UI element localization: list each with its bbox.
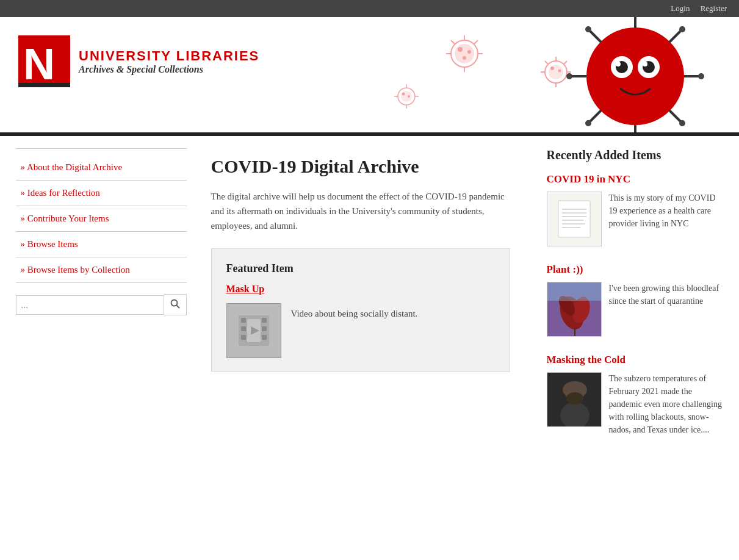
- featured-item-content: Video about being socially distant.: [226, 303, 495, 358]
- svg-line-56: [176, 305, 179, 308]
- sidebar: About the Digital Archive Ideas for Refl…: [16, 148, 187, 453]
- svg-rect-79: [547, 282, 602, 301]
- logo-area: N UNIVERSITY LIBRARIES Archives & Specia…: [0, 17, 739, 106]
- mask-icon: [547, 373, 602, 427]
- recent-item-3-desc: The subzero temperatures of February 202…: [609, 372, 724, 436]
- logo-text: UNIVERSITY LIBRARIES Archives & Special …: [79, 48, 259, 75]
- recently-added-title: Recently Added Items: [547, 148, 724, 162]
- sidebar-item-about[interactable]: About the Digital Archive: [16, 155, 187, 181]
- search-button[interactable]: [164, 294, 187, 315]
- recent-item-3-thumbnail: [547, 372, 602, 427]
- contribute-link[interactable]: Contribute Your Items: [21, 214, 109, 223]
- svg-rect-59: [241, 326, 246, 331]
- intro-text: The digital archive will help us documen…: [211, 189, 510, 233]
- svg-line-41: [590, 110, 601, 121]
- featured-box: Featured Item Mask Up: [211, 248, 510, 372]
- university-name: UNIVERSITY LIBRARIES: [79, 48, 259, 64]
- svg-point-86: [566, 392, 583, 404]
- recent-item-1-link[interactable]: COVID 19 in NYC: [547, 173, 724, 185]
- recent-item-1-body: This is my story of my COVID 19 experien…: [547, 192, 724, 246]
- recent-item-2-desc: I've been growing this bloodleaf since t…: [609, 282, 724, 307]
- browse-collection-link[interactable]: Browse Items by Collection: [21, 265, 130, 275]
- film-icon: [239, 315, 269, 346]
- sidebar-item-browse-collection[interactable]: Browse Items by Collection: [16, 257, 187, 283]
- recent-item-3-link[interactable]: Masking the Cold: [547, 354, 724, 366]
- svg-rect-60: [241, 335, 246, 340]
- svg-rect-2: [18, 83, 70, 87]
- recent-item-2-link[interactable]: Plant :)): [547, 264, 724, 276]
- recent-item-3-body: The subzero temperatures of February 202…: [547, 372, 724, 436]
- main-wrapper: About the Digital Archive Ideas for Refl…: [4, 148, 736, 453]
- top-bar: Login Register: [0, 0, 739, 17]
- featured-item-link[interactable]: Mask Up: [226, 284, 265, 295]
- main-content: COVID-19 Digital Archive The digital arc…: [187, 148, 535, 453]
- document-icon: [550, 195, 599, 243]
- svg-point-42: [585, 120, 591, 126]
- svg-rect-61: [262, 318, 267, 323]
- recent-item-2-body: I've been growing this bloodleaf since t…: [547, 282, 724, 337]
- svg-point-38: [679, 120, 685, 126]
- right-sidebar: Recently Added Items COVID 19 in NYC: [535, 148, 724, 453]
- recent-item-1: COVID 19 in NYC This is my sto: [547, 173, 724, 246]
- recent-item-1-thumbnail: [547, 192, 602, 246]
- featured-thumbnail: [226, 303, 281, 358]
- featured-label: Featured Item: [226, 262, 495, 275]
- svg-point-55: [171, 300, 177, 306]
- register-link[interactable]: Register: [701, 4, 727, 13]
- search-box: [16, 294, 187, 315]
- login-link[interactable]: Login: [671, 4, 690, 13]
- svg-rect-62: [262, 326, 267, 331]
- archive-subtitle: Archives & Special Collections: [79, 64, 259, 75]
- sidebar-item-contribute[interactable]: Contribute Your Items: [16, 206, 187, 232]
- recent-item-3: Masking the Cold: [547, 354, 724, 436]
- about-link[interactable]: About the Digital Archive: [21, 162, 123, 172]
- search-input[interactable]: [16, 295, 164, 315]
- site-header: N UNIVERSITY LIBRARIES Archives & Specia…: [0, 17, 739, 136]
- sidebar-item-browse[interactable]: Browse Items: [16, 232, 187, 257]
- recent-item-1-desc: This is my story of my COVID 19 experien…: [609, 192, 724, 230]
- svg-rect-58: [241, 318, 246, 323]
- search-icon: [170, 299, 180, 309]
- svg-rect-67: [558, 201, 590, 237]
- svg-text:N: N: [23, 40, 55, 87]
- ideas-link[interactable]: Ideas for Reflection: [21, 188, 100, 198]
- university-logo: N: [18, 35, 70, 87]
- svg-line-37: [669, 110, 680, 121]
- sidebar-item-ideas[interactable]: Ideas for Reflection: [16, 181, 187, 206]
- plant-icon: [547, 282, 602, 337]
- svg-rect-63: [262, 335, 267, 340]
- recent-item-2: Plant :)) I've be: [547, 264, 724, 337]
- page-title: COVID-19 Digital Archive: [211, 154, 510, 178]
- recent-item-2-thumbnail: [547, 282, 602, 337]
- browse-link[interactable]: Browse Items: [21, 239, 78, 249]
- featured-description: Video about being socially distant.: [291, 303, 418, 321]
